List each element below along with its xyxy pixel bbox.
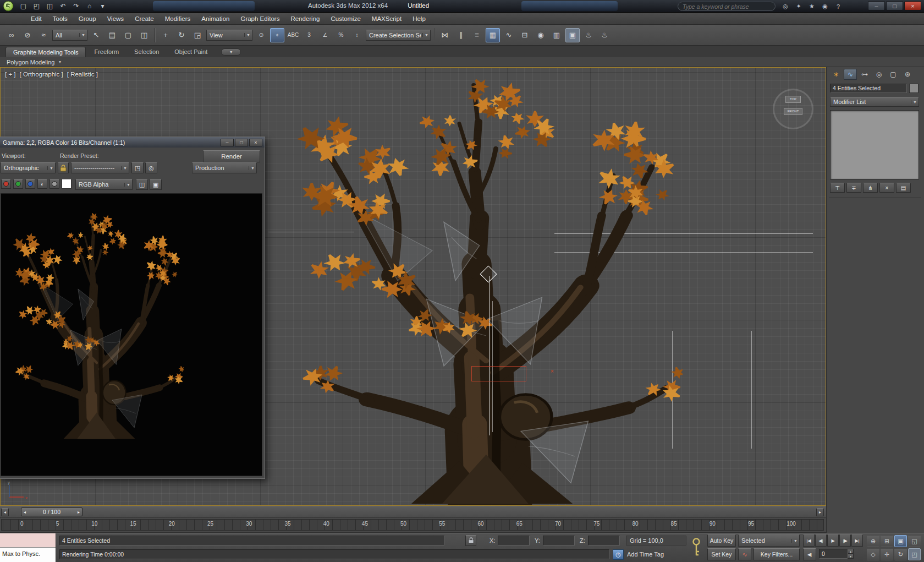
- viewport-menu-shading[interactable]: [ Realistic ]: [67, 71, 98, 78]
- menu-modifiers[interactable]: Modifiers: [160, 14, 196, 24]
- red-channel-button[interactable]: [1, 179, 11, 189]
- color-swatch[interactable]: [62, 179, 72, 189]
- select-and-manipulate-icon[interactable]: ⌖: [270, 28, 284, 42]
- menu-graph-editors[interactable]: Graph Editors: [235, 14, 285, 24]
- pan-icon[interactable]: ✛: [881, 548, 893, 560]
- make-unique-button[interactable]: ⋔: [863, 183, 878, 193]
- tab-graphite-modeling-tools[interactable]: Graphite Modeling Tools: [6, 47, 86, 57]
- render-iterative-icon[interactable]: ♨: [597, 28, 612, 42]
- configure-modifier-sets-button[interactable]: ▤: [896, 183, 911, 193]
- save-image-icon[interactable]: ◳: [131, 162, 144, 173]
- use-pivot-center-icon[interactable]: ⊙: [254, 28, 268, 42]
- default-tangent-icon[interactable]: ∿: [738, 548, 751, 560]
- y-coordinate-field[interactable]: [543, 536, 575, 545]
- time-slider[interactable]: ◂ 0 / 100 ▸: [21, 508, 82, 516]
- play-button[interactable]: ▶: [827, 534, 839, 547]
- viewport-menu-pov[interactable]: [ Orthographic ]: [20, 71, 63, 78]
- viewcube-top-face[interactable]: TOP: [785, 96, 801, 103]
- minimize-button[interactable]: –: [868, 1, 885, 10]
- angle-snap-icon[interactable]: ∠: [318, 28, 332, 42]
- orbit-icon[interactable]: ↻: [894, 548, 907, 560]
- rendered-frame-window-icon[interactable]: ▣: [565, 28, 580, 42]
- viewcube-front-face[interactable]: FRONT: [784, 108, 802, 115]
- set-key-button[interactable]: Set Key: [707, 548, 736, 560]
- auto-key-button[interactable]: Auto Key: [707, 534, 736, 547]
- maxscript-mini-listener[interactable]: Max to Physc.: [0, 533, 56, 562]
- macro-recorder-row[interactable]: [0, 533, 56, 548]
- blue-channel-button[interactable]: [25, 179, 35, 189]
- graphite-ribbon-toggle-icon[interactable]: ▦: [486, 28, 500, 42]
- viewport-menu-general[interactable]: [ + ]: [5, 71, 16, 78]
- menu-tools[interactable]: Tools: [47, 14, 73, 24]
- key-icon[interactable]: [692, 537, 701, 558]
- curve-editor-icon[interactable]: ∿: [502, 28, 516, 42]
- modifier-list-dropdown[interactable]: Modifier List▼: [830, 97, 919, 107]
- tab-object-paint[interactable]: Object Paint: [167, 47, 215, 57]
- selection-lock-toggle[interactable]: [465, 535, 476, 546]
- menu-animation[interactable]: Animation: [196, 14, 235, 24]
- time-tag-icon[interactable]: ◷: [613, 549, 624, 560]
- utilities-tab-icon[interactable]: ⊛: [901, 69, 914, 80]
- communication-center-icon[interactable]: ◉: [820, 2, 831, 11]
- rfw-preset-dropdown[interactable]: --------------------▼: [71, 162, 129, 173]
- rendered-frame-window[interactable]: Gamma: 2,2, RGBA Color 16 Bits/Channel (…: [0, 137, 265, 479]
- copy-image-icon[interactable]: ◎: [145, 162, 157, 173]
- key-filters-button[interactable]: Key Filters...: [754, 548, 800, 560]
- undo-icon[interactable]: ↶: [57, 1, 69, 11]
- project-folder-icon[interactable]: ⌂: [84, 1, 95, 11]
- object-color-swatch[interactable]: [909, 84, 919, 93]
- next-frame-button[interactable]: |▶: [839, 534, 851, 547]
- app-logo-icon[interactable]: [2, 1, 14, 12]
- qat-customize-icon[interactable]: ▾: [97, 1, 108, 11]
- search-help-icon[interactable]: ◎: [780, 2, 791, 11]
- select-and-scale-icon[interactable]: ◲: [190, 28, 205, 42]
- unlink-selection-icon[interactable]: ⊘: [20, 28, 35, 42]
- favorites-icon[interactable]: ★: [806, 2, 817, 11]
- rfw-maximize-button[interactable]: □: [235, 139, 248, 146]
- select-and-rotate-icon[interactable]: ↻: [174, 28, 189, 42]
- display-tab-icon[interactable]: ▢: [887, 69, 900, 80]
- rfw-title-bar[interactable]: Gamma: 2,2, RGBA Color 16 Bits/Channel (…: [0, 137, 265, 148]
- keyboard-shortcut-override-icon[interactable]: ABC: [286, 28, 300, 42]
- zoom-all-icon[interactable]: ⊞: [881, 535, 893, 547]
- reference-coordinate-dropdown[interactable]: View▼: [206, 30, 252, 41]
- current-frame-spinner[interactable]: 0 ▲▼: [819, 549, 854, 559]
- go-to-start-button[interactable]: |◀: [803, 534, 815, 547]
- time-forward-button[interactable]: ▸: [816, 508, 824, 516]
- close-button[interactable]: ×: [904, 1, 921, 10]
- green-channel-button[interactable]: [13, 179, 23, 189]
- motion-tab-icon[interactable]: ◎: [872, 69, 886, 80]
- ribbon-minimize-toggle[interactable]: ▼: [221, 48, 241, 56]
- monochrome-channel-button[interactable]: ◐: [37, 179, 47, 189]
- rfw-minimize-button[interactable]: –: [221, 139, 234, 146]
- schematic-view-icon[interactable]: ⊟: [518, 28, 532, 42]
- previous-key-button[interactable]: ◀|: [803, 548, 816, 560]
- render-button[interactable]: Render: [203, 150, 260, 162]
- layer-manager-icon[interactable]: ≡: [470, 28, 484, 42]
- render-setup-icon[interactable]: ▥: [549, 28, 564, 42]
- selection-filter-dropdown[interactable]: All▼: [52, 30, 87, 41]
- rfw-production-dropdown[interactable]: Production▼: [192, 162, 257, 173]
- menu-edit[interactable]: Edit: [25, 14, 47, 24]
- time-slider-bar[interactable]: ◂ ◂ 0 / 100 ▸ ▸: [0, 506, 826, 518]
- named-selection-set-dropdown[interactable]: Create Selection Se▼: [366, 30, 431, 41]
- rendered-image[interactable]: [1, 193, 262, 476]
- window-crossing-icon[interactable]: ◫: [137, 28, 151, 42]
- alpha-channel-button[interactable]: [50, 179, 59, 189]
- open-file-icon[interactable]: ◰: [31, 1, 42, 11]
- maximize-button[interactable]: □: [886, 1, 903, 10]
- previous-key-icon[interactable]: ◂: [24, 510, 26, 515]
- maximize-viewport-toggle-icon[interactable]: ◰: [908, 548, 921, 560]
- zoom-icon[interactable]: ⊕: [867, 535, 879, 547]
- help-icon[interactable]: ?: [833, 2, 844, 11]
- modify-tab-icon[interactable]: ∿: [844, 69, 857, 80]
- new-scene-icon[interactable]: ▢: [18, 1, 29, 11]
- zoom-extents-icon[interactable]: ▣: [894, 535, 907, 547]
- field-of-view-icon[interactable]: ◇: [867, 548, 879, 560]
- mirror-icon[interactable]: ⋈: [438, 28, 452, 42]
- selection-region-icon[interactable]: ▢: [121, 28, 135, 42]
- object-name-field[interactable]: 4 Entities Selected: [830, 84, 907, 93]
- menu-maxscript[interactable]: MAXScript: [366, 14, 407, 24]
- select-and-move-icon[interactable]: +: [158, 28, 173, 42]
- go-to-end-button[interactable]: ▶|: [851, 534, 863, 547]
